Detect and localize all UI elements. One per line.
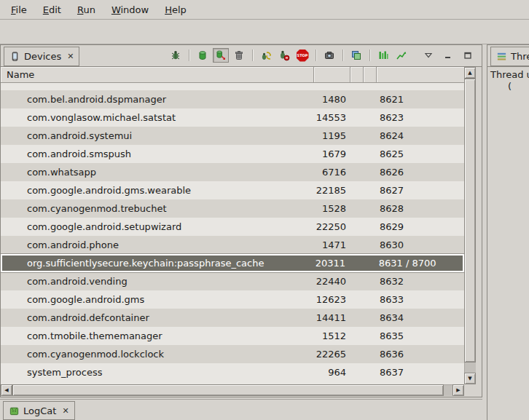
menu-run[interactable]: Run xyxy=(69,2,103,17)
toolbar-separator xyxy=(252,49,253,61)
tab-logcat[interactable]: LogCat ✕ xyxy=(3,401,75,420)
screen-capture-icon[interactable] xyxy=(321,48,337,63)
menu-window-rest: indow xyxy=(120,4,149,15)
threads-message-line2: ( xyxy=(490,81,529,92)
table-row[interactable]: com.android.phone 1471 8630 xyxy=(1,236,464,254)
column-header-pid[interactable] xyxy=(314,67,350,83)
process-name: com.whatsapp xyxy=(1,167,314,178)
menu-edit[interactable]: Edit xyxy=(35,2,69,17)
process-port: 8623 xyxy=(377,112,464,123)
column-header-blank1[interactable] xyxy=(350,67,364,83)
process-pid: 22185 xyxy=(314,185,350,196)
toolbar-separator xyxy=(316,49,316,61)
scroll-right-arrow[interactable]: ▶ xyxy=(452,384,464,396)
horizontal-scrollbar[interactable]: ◀ ▶ xyxy=(1,384,464,396)
dump-hprof-icon[interactable] xyxy=(213,48,229,63)
process-pid: 1195 xyxy=(314,130,350,141)
process-name: com.tmobile.thememanager xyxy=(1,330,314,341)
partially-scrolled-row xyxy=(1,83,464,90)
devices-tab-strip: Devices ✕ xyxy=(1,45,482,67)
table-row[interactable]: com.vonglasow.michael.satstat 14553 8623 xyxy=(1,108,464,127)
start-opengl-trace-icon[interactable] xyxy=(393,48,410,63)
menu-help[interactable]: Help xyxy=(157,2,195,17)
process-name: com.android.vending xyxy=(1,276,314,287)
minimize-icon[interactable] xyxy=(440,48,456,63)
table-row[interactable]: com.bel.android.dspmanager 1480 8621 xyxy=(1,90,464,108)
logcat-view: LogCat ✕ xyxy=(0,399,482,420)
process-pid: 1679 xyxy=(314,148,350,159)
debug-process-icon[interactable] xyxy=(168,48,184,63)
maximize-icon[interactable] xyxy=(460,48,476,63)
column-header-port[interactable] xyxy=(377,67,464,83)
table-row[interactable]: org.sufficientlysecure.keychain:passphra… xyxy=(1,254,464,272)
update-threads-icon[interactable] xyxy=(258,48,274,63)
devices-tab-label: Devices xyxy=(24,51,61,62)
table-row[interactable]: com.google.android.setupwizard 22250 862… xyxy=(1,218,464,236)
table-row[interactable]: com.cyanogenmod.trebuchet 1528 8628 xyxy=(1,199,464,218)
process-name: com.vonglasow.michael.satstat xyxy=(1,112,314,123)
toolbar-separator xyxy=(342,49,343,61)
process-port: 8637 xyxy=(377,367,464,378)
process-pid: 22440 xyxy=(314,276,350,287)
device-client-table: Name com.bel.android.dspmanager 1480 862… xyxy=(1,67,464,384)
table-row[interactable]: com.android.smspush 1679 8625 xyxy=(1,145,464,163)
menu-bar: File Edit Run Window Help xyxy=(0,0,529,20)
main-toolbar xyxy=(0,20,529,44)
process-port: 8629 xyxy=(377,221,464,232)
capture-view-hierarchy-icon[interactable] xyxy=(348,48,364,63)
process-name: com.android.smspush xyxy=(1,148,314,159)
process-name: com.bel.android.dspmanager xyxy=(1,94,314,105)
ddms-window: File Edit Run Window Help Devices ✕ xyxy=(0,0,529,44)
column-header-blank2[interactable] xyxy=(364,67,377,83)
process-name: com.android.systemui xyxy=(1,130,314,141)
process-port: 8632 xyxy=(377,276,464,287)
table-row[interactable]: com.tmobile.thememanager 1512 8635 xyxy=(1,327,464,345)
process-port: 8634 xyxy=(377,312,464,323)
table-row[interactable]: com.google.android.gms.wearable 22185 86… xyxy=(1,181,464,199)
vertical-scrollbar-thumb[interactable] xyxy=(464,79,476,362)
menu-window[interactable]: Window xyxy=(103,2,157,17)
table-row[interactable]: com.cyanogenmod.lockclock 22265 8636 xyxy=(1,345,464,363)
table-row[interactable]: com.android.defcontainer 14411 8634 xyxy=(1,309,464,327)
process-name: org.sufficientlysecure.keychain:passphra… xyxy=(2,258,313,269)
view-menu-icon[interactable] xyxy=(420,48,436,63)
process-port: 8628 xyxy=(377,203,464,214)
table-row[interactable]: com.google.android.gms 12623 8633 xyxy=(1,290,464,309)
scroll-left-arrow[interactable]: ◀ xyxy=(1,384,12,396)
tab-threads[interactable]: Threads xyxy=(490,47,529,66)
process-pid: 964 xyxy=(314,367,350,378)
vertical-scrollbar[interactable]: ▲ ▼ xyxy=(464,67,476,384)
menu-file-rest: ile xyxy=(16,4,27,15)
stop-octagon: STOP xyxy=(297,49,309,62)
scroll-up-arrow[interactable]: ▲ xyxy=(464,67,476,79)
close-icon[interactable]: ✕ xyxy=(62,406,68,416)
table-row[interactable]: system_process 964 8637 xyxy=(1,363,464,381)
stop-process-icon[interactable]: STOP xyxy=(294,48,310,63)
horizontal-scrollbar-thumb[interactable] xyxy=(12,384,444,396)
table-row[interactable]: com.whatsapp 6716 8626 xyxy=(1,163,464,181)
menu-edit-mnemonic: E xyxy=(43,4,49,15)
process-name: system_process xyxy=(1,367,314,378)
menu-file[interactable]: File xyxy=(3,2,35,17)
process-port: 8625 xyxy=(377,148,464,159)
column-header-name[interactable]: Name xyxy=(1,67,314,83)
process-port: 8626 xyxy=(377,167,464,178)
systrace-icon[interactable] xyxy=(375,48,391,63)
threads-view: Threads Thread up ( xyxy=(487,44,529,420)
table-row[interactable]: com.android.vending 22440 8632 xyxy=(1,272,464,290)
cause-gc-icon[interactable] xyxy=(231,48,247,63)
process-pid: 1528 xyxy=(314,203,350,214)
process-pid: 14411 xyxy=(314,312,350,323)
scroll-down-arrow[interactable]: ▼ xyxy=(464,373,476,384)
start-method-profiling-icon[interactable] xyxy=(276,48,292,63)
menu-help-rest: elp xyxy=(172,4,187,15)
process-pid: 14553 xyxy=(314,112,350,123)
tab-devices[interactable]: Devices ✕ xyxy=(4,47,79,66)
stop-label: STOP xyxy=(297,53,308,58)
menu-run-rest: un xyxy=(83,4,95,15)
devices-view: Devices ✕ xyxy=(0,44,482,397)
process-port: 8624 xyxy=(377,130,464,141)
table-row[interactable]: com.android.systemui 1195 8624 xyxy=(1,127,464,145)
close-icon[interactable]: ✕ xyxy=(67,52,74,61)
update-heap-icon[interactable] xyxy=(195,48,211,63)
